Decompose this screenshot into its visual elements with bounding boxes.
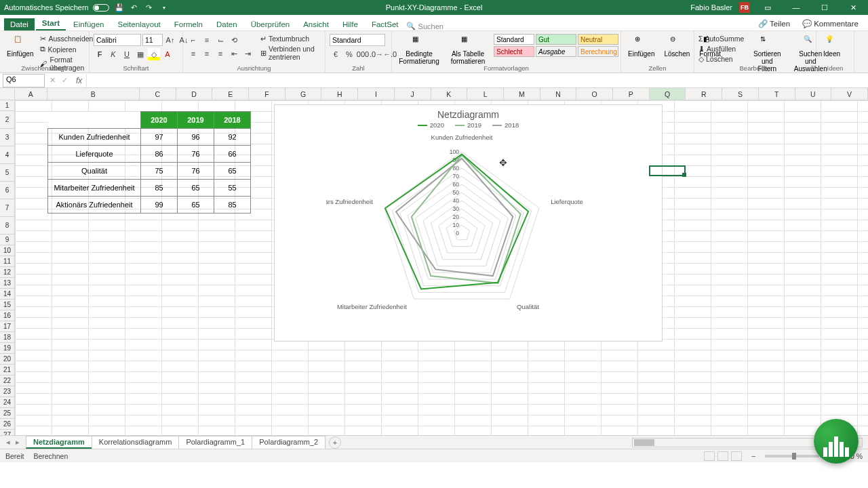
col-header-D[interactable]: D [176, 88, 213, 100]
table-header-2018[interactable]: 2018 [214, 112, 251, 129]
font-size-select[interactable]: 11 [142, 34, 163, 46]
cut-button[interactable]: ✂Ausschneiden [40, 34, 93, 43]
wrap-text-button[interactable]: ↵Textumbruch [260, 34, 321, 43]
fill-button[interactable]: ⬇Ausfüllen [698, 44, 744, 54]
redo-icon[interactable]: ↷ [144, 3, 154, 12]
tab-ansicht[interactable]: Ansicht [297, 18, 335, 30]
row-header-19[interactable]: 19 [0, 343, 15, 354]
col-header-O[interactable]: O [576, 88, 613, 100]
col-header-L[interactable]: L [467, 88, 504, 100]
user-badge[interactable]: FB [739, 2, 750, 13]
row-header-13[interactable]: 13 [0, 278, 15, 289]
align-center-icon[interactable]: ≡ [201, 47, 213, 60]
close-icon[interactable]: ✕ [842, 1, 864, 14]
qat-more-icon[interactable]: ▾ [159, 3, 169, 12]
comments-button[interactable]: 💬Kommentare [797, 17, 864, 30]
sheet-nav-prev-icon[interactable]: ▸ [14, 438, 22, 447]
tab-start[interactable]: Start [36, 17, 66, 30]
row-header-17[interactable]: 17 [0, 321, 15, 332]
row-header-7[interactable]: 7 [0, 199, 15, 217]
number-format-select[interactable]: Standard [330, 34, 385, 46]
col-header-B[interactable]: B [47, 88, 140, 100]
delete-cells-button[interactable]: ⊖Löschen [661, 34, 692, 59]
zoom-out-icon[interactable]: − [751, 452, 755, 460]
scrollbar-thumb[interactable] [634, 439, 654, 446]
insert-cells-button[interactable]: ⊕Einfügen [625, 34, 657, 59]
col-header-J[interactable]: J [395, 88, 431, 100]
col-header-N[interactable]: N [540, 88, 577, 100]
row-header-3[interactable]: 3 [0, 129, 15, 146]
row-header-21[interactable]: 21 [0, 365, 15, 375]
style-standard[interactable]: Standard [494, 34, 534, 45]
sheet-nav-first-icon[interactable]: ◂ [4, 438, 12, 447]
sheet-tab-netzdiagramm[interactable]: Netzdiagramm [26, 436, 92, 449]
name-box[interactable]: Q6 [3, 74, 45, 87]
col-header-Q[interactable]: Q [650, 88, 686, 100]
ribbon-options-icon[interactable]: ▭ [757, 1, 778, 14]
orientation-icon[interactable]: ⟲ [228, 34, 240, 46]
sheet-tab-polardiagramm_1[interactable]: Polardiagramm_1 [178, 436, 252, 449]
autosave-toggle[interactable]: Automatisches Speichern [4, 3, 109, 12]
ideas-button[interactable]: 💡Ideen [821, 34, 843, 59]
tab-seitenlayout[interactable]: Seitenlayout [111, 18, 166, 30]
align-left-icon[interactable]: ≡ [187, 47, 199, 60]
undo-icon[interactable]: ↶ [130, 3, 139, 12]
row-header-12[interactable]: 12 [0, 267, 15, 278]
style-schlecht[interactable]: Schlecht [494, 46, 534, 57]
zoom-slider[interactable] [765, 455, 819, 458]
indent-dec-icon[interactable]: ⇤ [228, 47, 240, 60]
col-header-G[interactable]: G [285, 88, 322, 100]
grow-font-icon[interactable]: A↑ [164, 34, 176, 46]
autosum-button[interactable]: ΣAutoSumme [698, 34, 744, 43]
font-name-select[interactable]: Calibri [94, 34, 141, 46]
row-header-22[interactable]: 22 [0, 375, 15, 386]
view-pagelayout-icon[interactable] [717, 451, 728, 461]
row-header-24[interactable]: 24 [0, 397, 15, 408]
row-header-18[interactable]: 18 [0, 332, 15, 343]
cancel-formula-icon[interactable]: ✕ [47, 76, 57, 85]
paste-button[interactable]: 📋 Einfügen [4, 34, 36, 59]
row-header-9[interactable]: 9 [0, 235, 15, 245]
grid[interactable]: ABCDEFGHIJKLMNOPQRSTUV 12345678910111213… [0, 88, 868, 435]
tab-factset[interactable]: FactSet [366, 18, 405, 30]
border-button[interactable]: ▦ [134, 48, 146, 60]
underline-button[interactable]: U [121, 48, 133, 60]
row-header-25[interactable]: 25 [0, 408, 15, 419]
row-header-27[interactable]: 27 [0, 430, 15, 435]
as-table-button[interactable]: ▦Als Tabelle formatieren [446, 34, 490, 66]
align-top-icon[interactable]: ⌐ [187, 34, 199, 46]
row-header-14[interactable]: 14 [0, 289, 15, 300]
style-ausgabe[interactable]: Ausgabe [536, 46, 576, 57]
tab-daten[interactable]: Daten [210, 18, 243, 30]
row-header-1[interactable]: 1 [0, 100, 15, 111]
row-header-6[interactable]: 6 [0, 182, 15, 199]
col-header-E[interactable]: E [212, 88, 249, 100]
col-header-C[interactable]: C [140, 88, 176, 100]
select-all-corner[interactable] [0, 88, 15, 100]
formula-input[interactable] [86, 74, 868, 87]
tab-hilfe[interactable]: Hilfe [336, 18, 364, 30]
italic-button[interactable]: K [107, 48, 119, 60]
align-bottom-icon[interactable]: ⌙ [214, 34, 226, 46]
col-header-I[interactable]: I [358, 88, 395, 100]
cond-format-button[interactable]: ▦Bedingte Formatierung [396, 34, 442, 66]
view-pagebreak-icon[interactable] [731, 451, 742, 461]
style-gut[interactable]: Gut [536, 34, 576, 45]
view-normal-icon[interactable] [704, 451, 715, 461]
col-header-S[interactable]: S [722, 88, 759, 100]
search-box[interactable]: 🔍 Suchen [406, 22, 443, 30]
row-header-15[interactable]: 15 [0, 300, 15, 310]
col-header-K[interactable]: K [431, 88, 468, 100]
fx-icon[interactable]: fx [76, 76, 82, 85]
row-header-23[interactable]: 23 [0, 386, 15, 397]
percent-icon[interactable]: % [343, 48, 355, 60]
col-header-R[interactable]: R [686, 88, 722, 100]
col-header-U[interactable]: U [795, 88, 832, 100]
save-icon[interactable]: 💾 [115, 3, 124, 12]
sheet-tab-polardiagramm_2[interactable]: Polardiagramm_2 [252, 436, 326, 449]
tab-ueberpruefen[interactable]: Überprüfen [245, 18, 296, 30]
copy-button[interactable]: ⧉Kopieren [40, 44, 93, 54]
chart-object[interactable]: Netzdiagramm 202020192018 01020304050607… [274, 104, 663, 342]
align-middle-icon[interactable]: ≡ [201, 34, 213, 46]
font-color-button[interactable]: A [161, 48, 174, 60]
